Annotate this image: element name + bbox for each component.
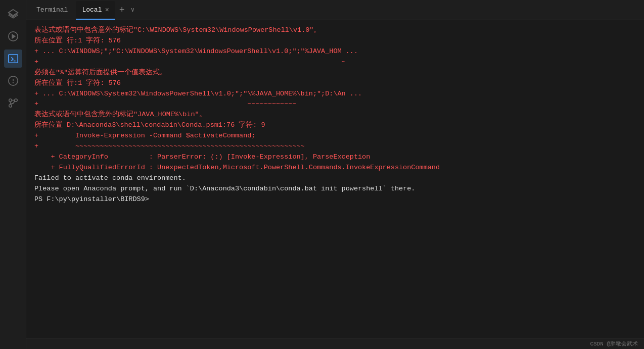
tab-terminal-label: Terminal	[36, 6, 68, 14]
tab-close-button[interactable]: ×	[105, 6, 109, 14]
terminal-line: + ~~~~~~~~~~~~	[34, 99, 636, 110]
sidebar-icon-terminal[interactable]	[4, 49, 22, 68]
tab-local[interactable]: Local ×	[76, 1, 115, 19]
terminal-line: PS F:\py\pyinstaller\BIRDS9>	[34, 194, 636, 205]
terminal-line: 所在位置 行:1 字符: 576	[34, 78, 636, 89]
terminal-line: Please open Anaconda prompt, and run `D:…	[34, 184, 636, 194]
tab-dropdown-button[interactable]: ∨	[129, 6, 136, 14]
svg-point-7	[13, 82, 13, 83]
svg-point-9	[14, 99, 17, 102]
svg-point-10	[9, 105, 12, 108]
sidebar-icon-git[interactable]	[4, 94, 22, 112]
tab-add-button[interactable]: +	[117, 5, 127, 15]
bottom-bar: CSDN @胖墩会武术	[26, 338, 644, 349]
sidebar-icon-alert[interactable]	[4, 72, 22, 90]
terminal-line: + ~	[34, 57, 636, 68]
terminal-line: 所在位置 行:1 字符: 576	[34, 36, 636, 46]
sidebar	[0, 0, 26, 349]
tab-bar: Terminal Local × + ∨	[26, 0, 644, 20]
terminal-line: + ... C:\WINDOWS;";"C:\WINDOWS\System32\…	[34, 46, 636, 57]
terminal-line: + ... C:\WINDOWS\System32\WindowsPowerSh…	[34, 89, 636, 99]
terminal-output: 表达式或语句中包含意外的标记"C:\WINDOWS\System32\Windo…	[26, 20, 644, 338]
tab-terminal[interactable]: Terminal	[30, 1, 74, 19]
terminal-line: Failed to activate conda environment.	[34, 173, 636, 184]
terminal-line: + CategoryInfo : ParserError: (:) [Invok…	[34, 152, 636, 163]
sidebar-icon-layers[interactable]	[4, 5, 22, 23]
terminal-line: 所在位置 D:\Anaconda3\shell\condabin\Conda.p…	[34, 120, 636, 131]
sidebar-icon-run[interactable]	[4, 27, 22, 45]
terminal-line: 表达式或语句中包含意外的标记"JAVA_HOME%\bin"。	[34, 110, 636, 120]
terminal-line: + ~~~~~~~~~~~~~~~~~~~~~~~~~~~~~~~~~~~~~~…	[34, 141, 636, 152]
terminal-line: + Invoke-Expression -Command $activateCo…	[34, 131, 636, 141]
tab-local-label: Local	[82, 6, 102, 14]
terminal-line: + FullyQualifiedErrorId : UnexpectedToke…	[34, 163, 636, 173]
svg-point-8	[9, 99, 12, 102]
credit-text: CSDN @胖墩会武术	[590, 340, 638, 347]
terminal-line: 必须在"%"运算符后面提供一个值表达式。	[34, 68, 636, 78]
svg-marker-2	[12, 34, 15, 38]
terminal-line: 表达式或语句中包含意外的标记"C:\WINDOWS\System32\Windo…	[34, 25, 636, 36]
main-area: Terminal Local × + ∨ 表达式或语句中包含意外的标记"C:\W…	[26, 0, 644, 349]
